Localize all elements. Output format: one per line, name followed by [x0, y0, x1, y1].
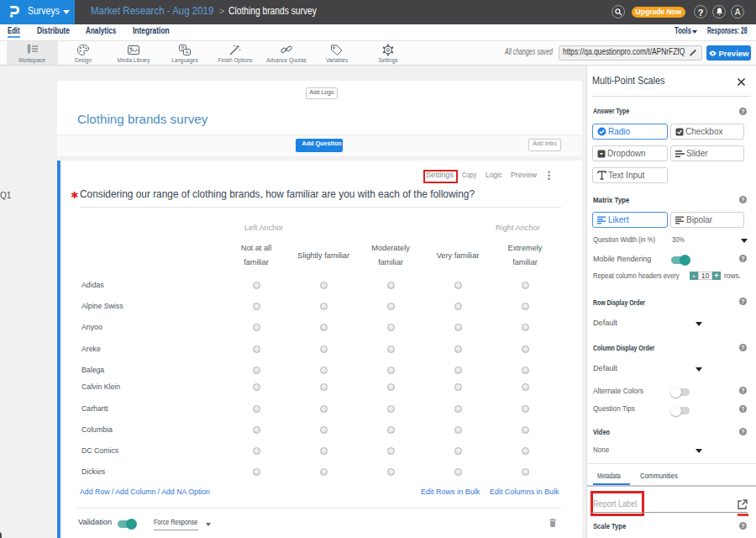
svg-text:A: A — [185, 50, 188, 55]
